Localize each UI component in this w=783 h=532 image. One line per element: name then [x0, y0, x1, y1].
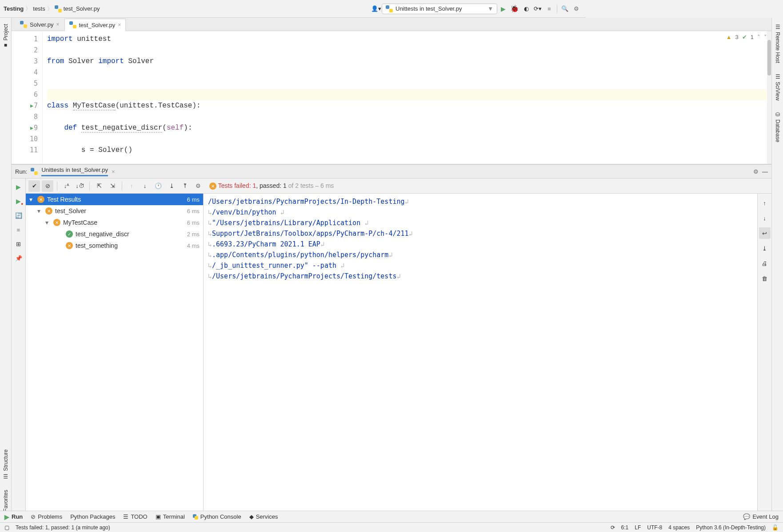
run-tool-body: ▶ ▶● 🔄 ■ ⊞ 📌 ✔ ⊘ ↓ᴬ ↓⏱ ⇱ ⇲ ↑ ↓ 🕐 ⤓: [12, 179, 586, 397]
left-tool-stripe: ■Project ☰Structure ★Favorites: [0, 18, 12, 397]
test-summary: ✕ Tests failed: 1, passed: 1 of 2 tests …: [206, 182, 586, 190]
test-tree-row[interactable]: ✓test_negative_discr2 ms: [26, 228, 203, 240]
test-tree-row[interactable]: ▾✕MyTestCase6 ms: [26, 217, 203, 228]
sort-duration-button[interactable]: ↓⏱: [74, 180, 86, 192]
python-test-icon: [386, 5, 393, 12]
close-icon[interactable]: ×: [112, 168, 115, 175]
sort-alpha-button[interactable]: ↓ᴬ: [61, 180, 72, 192]
run-configuration-selector[interactable]: Unittests in test_Solver.py ▼: [382, 4, 497, 14]
test-panels: ▾✕Test Results6 ms▾✕test_Solver6 ms▾✕MyT…: [26, 194, 586, 397]
top-toolbar: Testing 〉 tests 〉 test_Solver.py 👤▾ Unit…: [0, 0, 586, 18]
test-tree-row[interactable]: ✕test_something4 ms: [26, 240, 203, 251]
test-duration: 6 ms: [187, 196, 200, 203]
test-label: test_negative_discr: [76, 230, 129, 238]
test-label: MyTestCase: [63, 219, 97, 226]
code-area[interactable]: import unittest from Solver import Solve…: [43, 31, 586, 164]
run-tool-header: Run: Unittests in test_Solver.py × ⚙ —: [12, 164, 586, 179]
test-console[interactable]: /Users/jetbrains/PycharmProjects/In-Dept…: [204, 194, 586, 397]
test-tree-row[interactable]: ▾✕test_Solver6 ms: [26, 205, 203, 217]
breadcrumb-tests[interactable]: tests: [33, 5, 45, 12]
show-ignored-toggle[interactable]: ⊘: [42, 180, 53, 192]
close-icon[interactable]: ×: [118, 22, 121, 28]
show-passed-toggle[interactable]: ✔: [28, 180, 40, 192]
main-area: Solver.py × test_Solver.py × 1234567▶89▶…: [12, 18, 586, 397]
test-duration: 2 ms: [187, 231, 200, 238]
run-left-toolbar: ▶ ▶● 🔄 ■ ⊞ 📌: [12, 179, 26, 397]
fail-icon: ✕: [66, 242, 73, 249]
python-icon: [20, 21, 27, 28]
stop-button[interactable]: ■: [543, 3, 555, 15]
run-button[interactable]: ▶: [497, 3, 509, 15]
tab-solver[interactable]: Solver.py ×: [15, 18, 64, 31]
test-label: test_Solver: [55, 207, 86, 214]
toggle-auto-test-button[interactable]: 🔄: [13, 210, 24, 221]
chevron-down-icon: ▼: [487, 5, 493, 12]
editor-tabs: Solver.py × test_Solver.py ×: [12, 18, 586, 31]
pin-button[interactable]: 📌: [13, 252, 24, 264]
breadcrumb: Testing 〉 tests 〉 test_Solver.py: [4, 5, 100, 13]
chevron-icon[interactable]: ▾: [29, 196, 35, 203]
run-tab-label[interactable]: Unittests in test_Solver.py: [41, 167, 108, 176]
python-test-icon: [55, 5, 62, 12]
search-icon[interactable]: 🔍: [559, 3, 571, 15]
test-label: Test Results: [47, 196, 81, 203]
run-line-marker-icon[interactable]: ▶: [30, 123, 33, 134]
breadcrumb-sep-icon: 〉: [47, 5, 53, 13]
export-button[interactable]: ⤒: [179, 180, 191, 192]
gutter[interactable]: 1234567▶89▶1011: [12, 31, 43, 164]
test-label: test_something: [76, 242, 118, 249]
run-line-marker-icon[interactable]: ▶: [30, 100, 33, 111]
test-tree[interactable]: ▾✕Test Results6 ms▾✕test_Solver6 ms▾✕MyT…: [26, 194, 204, 397]
run-label: Run:: [15, 168, 27, 175]
coverage-button[interactable]: ◐: [520, 3, 532, 15]
tab-test-solver[interactable]: test_Solver.py ×: [64, 19, 126, 31]
collapse-all-button[interactable]: ⇲: [107, 180, 118, 192]
profile-button[interactable]: ⟳▾: [532, 3, 543, 15]
settings-icon[interactable]: ⚙: [192, 180, 204, 192]
chevron-icon[interactable]: ▾: [37, 207, 43, 214]
test-duration: 4 ms: [187, 242, 200, 249]
fail-icon: ✕: [45, 207, 52, 214]
import-button[interactable]: ⤓: [166, 180, 177, 192]
rerun-button[interactable]: ▶: [13, 181, 24, 193]
close-icon[interactable]: ×: [56, 21, 59, 28]
python-test-icon: [69, 21, 76, 28]
debug-button[interactable]: 🐞: [509, 3, 520, 15]
settings-icon[interactable]: ⚙: [571, 3, 582, 15]
test-duration: 6 ms: [187, 219, 200, 226]
breadcrumb-sep-icon: 〉: [25, 5, 31, 13]
chevron-icon[interactable]: ▾: [45, 219, 51, 226]
test-toolbar: ✔ ⊘ ↓ᴬ ↓⏱ ⇱ ⇲ ↑ ↓ 🕐 ⤓ ⤒ ⚙ ✕ Tests failed…: [26, 179, 586, 194]
history-button[interactable]: 🕐: [152, 180, 164, 192]
project-tool-button[interactable]: ■Project: [2, 21, 10, 51]
fail-icon: ✕: [209, 183, 216, 190]
python-test-icon: [31, 168, 38, 175]
editor[interactable]: 1234567▶89▶1011 import unittest from Sol…: [12, 31, 586, 164]
test-duration: 6 ms: [187, 208, 200, 214]
run-config-label: Unittests in test_Solver.py: [395, 5, 462, 12]
stop-button[interactable]: ■: [13, 224, 24, 235]
run-content: ✔ ⊘ ↓ᴬ ↓⏱ ⇱ ⇲ ↑ ↓ 🕐 ⤓ ⤒ ⚙ ✕ Tests failed…: [26, 179, 586, 397]
layout-button[interactable]: ⊞: [13, 238, 24, 250]
user-icon[interactable]: 👤▾: [370, 3, 382, 15]
prev-test-button[interactable]: ↑: [126, 180, 137, 192]
breadcrumb-root[interactable]: Testing: [4, 5, 24, 12]
pass-icon: ✓: [66, 230, 73, 238]
breadcrumb-file[interactable]: test_Solver.py: [55, 5, 100, 12]
rerun-failed-button[interactable]: ▶●: [13, 195, 24, 207]
expand-all-button[interactable]: ⇱: [93, 180, 105, 192]
fail-icon: ✕: [53, 219, 60, 226]
fail-icon: ✕: [37, 196, 44, 203]
test-tree-row[interactable]: ▾✕Test Results6 ms: [26, 194, 203, 205]
next-test-button[interactable]: ↓: [139, 180, 151, 192]
